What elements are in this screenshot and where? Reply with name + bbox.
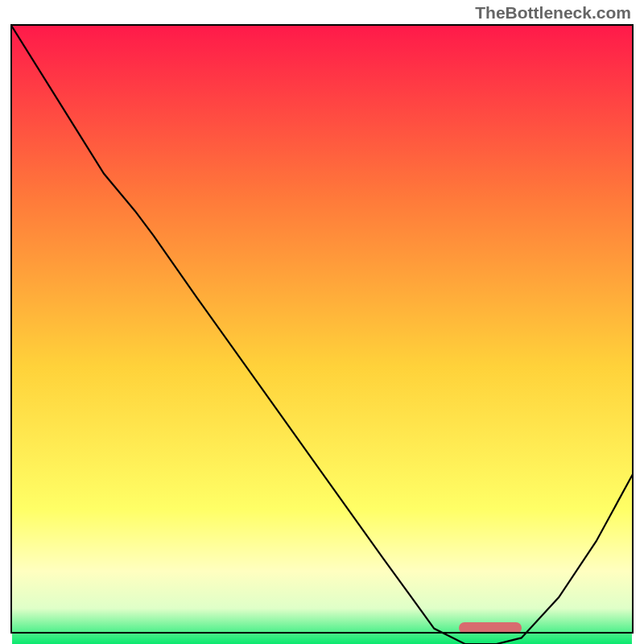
watermark-text: TheBottleneck.com — [475, 3, 631, 23]
chart-plot-area — [10, 24, 634, 634]
chart-curve-layer — [10, 24, 634, 644]
bottleneck-curve-line — [10, 24, 634, 644]
